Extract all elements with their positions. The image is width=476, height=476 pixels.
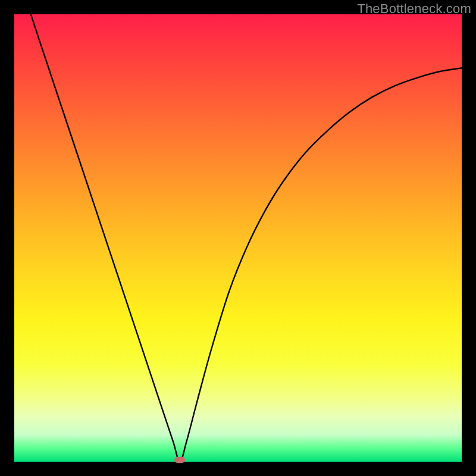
chart-plot-area	[14, 14, 462, 462]
chart-frame: TheBottleneck.com	[0, 0, 476, 476]
bottleneck-curve	[14, 14, 462, 462]
watermark-text: TheBottleneck.com	[357, 1, 471, 17]
optimal-marker-icon	[174, 457, 185, 463]
